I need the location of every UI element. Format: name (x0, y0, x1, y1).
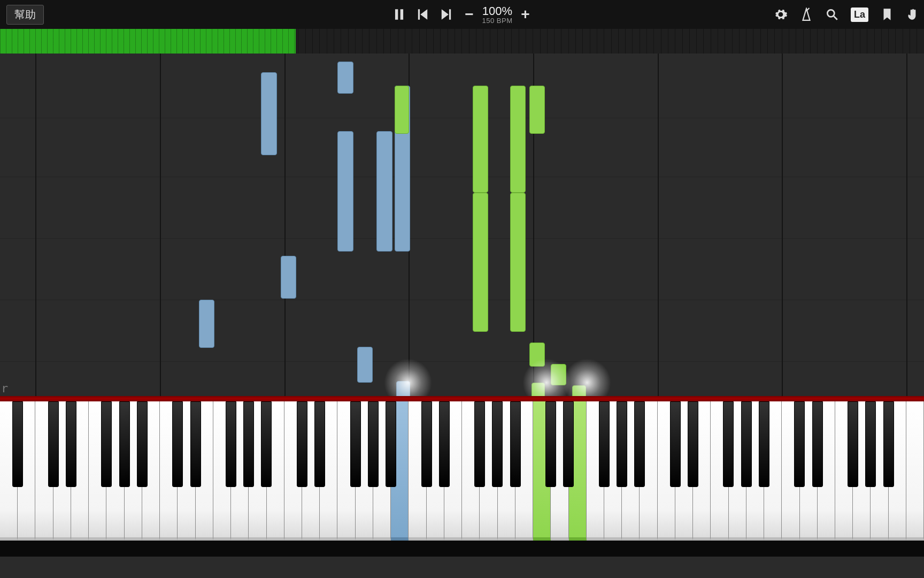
falling-note (473, 86, 488, 193)
white-key[interactable] (604, 401, 622, 541)
white-key[interactable] (18, 401, 35, 541)
right-toolbar: La (774, 7, 920, 22)
white-key[interactable] (693, 401, 711, 541)
white-key[interactable] (337, 401, 355, 541)
white-key[interactable] (498, 401, 515, 541)
tempo-bpm: 150 BPM (482, 17, 513, 24)
falling-note (376, 131, 392, 252)
white-key[interactable] (249, 401, 266, 541)
white-key[interactable] (391, 401, 409, 541)
white-key[interactable] (373, 401, 391, 541)
white-key[interactable] (853, 401, 871, 541)
white-key[interactable] (284, 401, 302, 541)
white-key[interactable] (35, 401, 53, 541)
falling-note (395, 86, 410, 134)
white-key[interactable] (160, 401, 178, 541)
white-key[interactable] (444, 401, 462, 541)
white-key[interactable] (178, 401, 195, 541)
falling-note (510, 86, 526, 193)
white-key[interactable] (889, 401, 906, 541)
note-name-toggle[interactable]: La (851, 7, 868, 22)
piano-keyboard[interactable] (0, 396, 924, 557)
white-key[interactable] (587, 401, 604, 541)
footer-char: r (1, 382, 8, 395)
white-key[interactable] (106, 401, 124, 541)
white-key[interactable] (871, 401, 888, 541)
white-key[interactable] (356, 401, 373, 541)
white-key[interactable] (302, 401, 320, 541)
falling-note (510, 193, 526, 332)
song-progress-bar[interactable] (0, 29, 924, 54)
white-key[interactable] (213, 401, 231, 541)
hand-icon[interactable] (906, 7, 920, 21)
progress-fill (0, 29, 296, 54)
white-key[interactable] (53, 401, 71, 541)
white-key[interactable] (125, 401, 142, 541)
white-key[interactable] (782, 401, 799, 541)
white-key[interactable] (675, 401, 693, 541)
svg-rect-5 (449, 9, 451, 20)
falling-note (199, 300, 214, 348)
white-key[interactable] (640, 401, 657, 541)
white-key[interactable] (89, 401, 106, 541)
white-key[interactable] (818, 401, 835, 541)
white-key[interactable] (409, 401, 426, 541)
bookmark-icon[interactable] (880, 7, 894, 21)
falling-note (529, 343, 545, 367)
white-key[interactable] (142, 401, 160, 541)
white-key[interactable] (0, 401, 18, 541)
falling-note (473, 193, 488, 332)
falling-note (529, 86, 545, 134)
white-key[interactable] (231, 401, 249, 541)
svg-point-8 (827, 10, 834, 17)
white-key[interactable] (267, 401, 284, 541)
white-key[interactable] (462, 401, 480, 541)
white-key[interactable] (835, 401, 853, 541)
white-key[interactable] (729, 401, 746, 541)
topbar: 幫助 − 100% 150 BPM + La (0, 0, 924, 29)
next-icon[interactable] (440, 7, 453, 21)
pause-icon[interactable] (392, 7, 406, 21)
piano-felt (0, 396, 924, 401)
tempo-plus-button[interactable]: + (519, 6, 532, 23)
gear-icon[interactable] (774, 7, 788, 21)
white-key[interactable] (746, 401, 764, 541)
falling-note (261, 72, 276, 155)
falling-note (572, 385, 586, 396)
white-key[interactable] (764, 401, 782, 541)
white-key[interactable] (515, 401, 533, 541)
gridlines (0, 54, 924, 396)
white-key[interactable] (658, 401, 675, 541)
metronome-icon[interactable] (799, 7, 813, 21)
falling-note (337, 62, 353, 94)
svg-rect-0 (395, 9, 398, 20)
svg-marker-3 (420, 9, 427, 20)
white-key[interactable] (800, 401, 818, 541)
piano-base (0, 541, 924, 557)
white-keys[interactable] (0, 401, 924, 541)
svg-rect-2 (418, 9, 420, 20)
white-key[interactable] (551, 401, 568, 541)
falling-note (396, 381, 410, 396)
white-key[interactable] (480, 401, 497, 541)
white-key[interactable] (622, 401, 640, 541)
svg-line-9 (834, 16, 837, 20)
white-key[interactable] (196, 401, 213, 541)
white-key[interactable] (569, 401, 587, 541)
help-button[interactable]: 幫助 (6, 5, 44, 25)
white-key[interactable] (906, 401, 924, 541)
white-key[interactable] (71, 401, 89, 541)
white-key[interactable] (427, 401, 444, 541)
synthesia-app: 幫助 − 100% 150 BPM + La (0, 0, 924, 578)
white-key[interactable] (711, 401, 728, 541)
tempo-minus-button[interactable]: − (463, 6, 476, 23)
tempo-display: 100% 150 BPM (482, 5, 513, 24)
search-icon[interactable] (825, 7, 839, 21)
falling-note (551, 364, 566, 385)
svg-rect-1 (401, 9, 403, 20)
tempo-percent: 100% (482, 5, 513, 17)
prev-icon[interactable] (416, 7, 430, 21)
white-key[interactable] (320, 401, 337, 541)
playback-controls: − 100% 150 BPM + (392, 5, 532, 24)
white-key[interactable] (533, 401, 551, 541)
